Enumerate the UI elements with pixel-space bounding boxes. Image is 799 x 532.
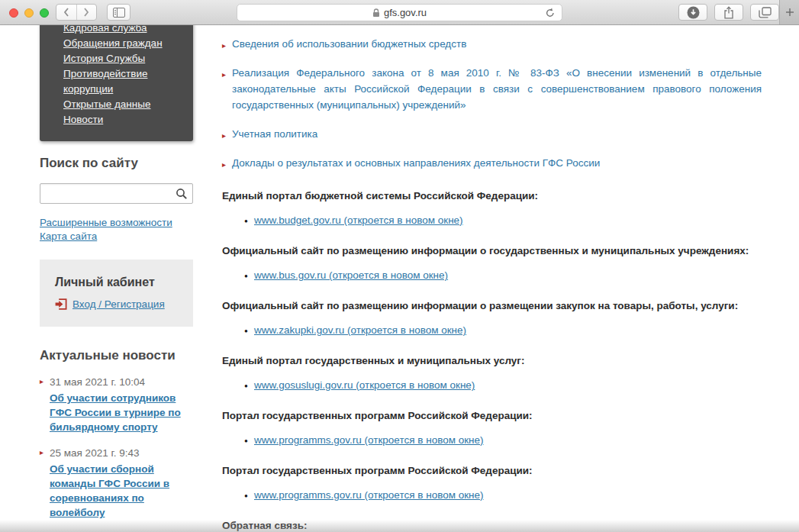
url-text: gfs.gov.ru bbox=[384, 7, 427, 18]
document-link-item: Учетная политика bbox=[222, 126, 762, 142]
portal-link[interactable]: www.programms.gov.ru (откроется в новом … bbox=[254, 489, 484, 501]
zoom-window-button[interactable] bbox=[40, 8, 49, 18]
search-extra-link[interactable]: Расширенные возможности bbox=[40, 216, 193, 230]
back-button[interactable] bbox=[56, 5, 76, 20]
sidebar-menu-item[interactable]: Обращения граждан bbox=[63, 36, 179, 51]
portal-link-item: www.programms.gov.ru (откроется в новом … bbox=[244, 489, 762, 501]
document-link-item: Сведения об использовании бюджетных сред… bbox=[222, 36, 762, 52]
sidebar-menu-item[interactable]: Противодействие коррупции bbox=[63, 66, 179, 97]
history-nav bbox=[56, 4, 97, 21]
portal-heading: Портал государственных программ Российск… bbox=[222, 464, 762, 478]
new-tab-button[interactable] bbox=[779, 0, 799, 24]
lock-icon bbox=[372, 8, 380, 18]
portal-link-item: www.programms.gov.ru (откроется в новом … bbox=[244, 434, 762, 446]
portal-link-item: www.bus.gov.ru (откроется в новом окне) bbox=[244, 269, 762, 281]
downloads-button[interactable] bbox=[678, 4, 707, 21]
portal-link-item: www.gosuslugi.gov.ru (откроется в новом … bbox=[244, 379, 762, 391]
close-window-button[interactable] bbox=[9, 8, 18, 18]
minimize-window-button[interactable] bbox=[24, 8, 34, 18]
portal-link[interactable]: www.bus.gov.ru (откроется в новом окне) bbox=[254, 269, 448, 281]
document-link[interactable]: Сведения об использовании бюджетных сред… bbox=[232, 38, 466, 50]
portal-heading: Обратная связь: bbox=[222, 519, 762, 532]
plus-icon bbox=[785, 8, 794, 17]
document-link-item: Реализация Федерального закона от 8 мая … bbox=[222, 65, 762, 113]
sidebar: Кадровая службаОбращения гражданИстория … bbox=[40, 25, 193, 520]
login-register-link[interactable]: Вход / Регистрация bbox=[72, 298, 165, 310]
portal-heading: Единый портал бюджетной системы Российск… bbox=[222, 189, 762, 203]
site-search-title: Поиск по сайту bbox=[40, 156, 193, 171]
portal-link[interactable]: www.programms.gov.ru (откроется в новом … bbox=[254, 434, 484, 446]
chevron-right-icon bbox=[82, 7, 90, 18]
personal-cabinet-panel: Личный кабинет Вход / Регистрация bbox=[40, 260, 193, 327]
search-extra-link[interactable]: Карта сайта bbox=[40, 230, 193, 243]
browser-toolbar: gfs.gov.ru bbox=[0, 0, 799, 25]
site-search-box bbox=[40, 183, 193, 204]
search-extra-links: Расширенные возможностиКарта сайта bbox=[40, 216, 193, 243]
portal-heading: Портал государственных программ Российск… bbox=[222, 409, 762, 423]
portal-link-item: www.zakupki.gov.ru (откроется в новом ок… bbox=[244, 324, 762, 336]
portal-link[interactable]: www.zakupki.gov.ru (откроется в новом ок… bbox=[254, 324, 466, 336]
portal-link[interactable]: www.budget.gov.ru (откроется в новом окн… bbox=[254, 214, 463, 226]
portal-link-item: www.budget.gov.ru (откроется в новом окн… bbox=[244, 214, 762, 226]
browser-window: gfs.gov.ru bbox=[0, 0, 799, 532]
document-link-item: Доклады о результатах и основных направл… bbox=[222, 155, 762, 171]
login-icon bbox=[55, 298, 67, 310]
news-item: 31 мая 2021 г. 10:04Об участии сотрудник… bbox=[40, 376, 193, 434]
document-link[interactable]: Доклады о результатах и основных направл… bbox=[232, 157, 600, 169]
document-link[interactable]: Учетная политика bbox=[232, 128, 317, 140]
sidebar-menu: Кадровая службаОбращения гражданИстория … bbox=[40, 25, 193, 141]
address-bar[interactable]: gfs.gov.ru bbox=[237, 4, 562, 21]
news-link[interactable]: Об участии сборной команды ГФС России в … bbox=[50, 462, 193, 520]
download-icon bbox=[687, 6, 700, 19]
news-list: 31 мая 2021 г. 10:04Об участии сотрудник… bbox=[40, 376, 193, 520]
sidebar-menu-item[interactable]: История Службы bbox=[63, 51, 179, 66]
document-links-list: Сведения об использовании бюджетных сред… bbox=[222, 36, 762, 171]
portal-link[interactable]: www.gosuslugi.gov.ru (откроется в новом … bbox=[254, 379, 475, 391]
news-item: 25 мая 2021 г. 9:43Об участии сборной ко… bbox=[40, 447, 193, 520]
news-section-title: Актуальные новости bbox=[40, 348, 193, 363]
share-button[interactable] bbox=[714, 4, 743, 21]
portal-heading: Единый портал государственных и муниципа… bbox=[222, 354, 762, 368]
document-link[interactable]: Реализация Федерального закона от 8 мая … bbox=[232, 67, 762, 111]
window-controls bbox=[9, 8, 49, 18]
webpage-viewport: Кадровая службаОбращения гражданИстория … bbox=[0, 25, 799, 532]
show-tabs-button[interactable] bbox=[750, 4, 779, 21]
chevron-left-icon bbox=[63, 7, 70, 18]
news-link[interactable]: Об участии сотрудников ГФС России в турн… bbox=[50, 391, 193, 434]
reload-button[interactable] bbox=[545, 8, 556, 21]
reload-icon bbox=[545, 8, 556, 18]
sidebar-panel-icon bbox=[113, 8, 125, 18]
sidebar-menu-item[interactable]: Кадровая служба bbox=[63, 25, 179, 36]
forward-button[interactable] bbox=[76, 5, 97, 20]
personal-cabinet-title: Личный кабинет bbox=[55, 276, 178, 289]
sidebar-toggle-button[interactable] bbox=[107, 4, 130, 21]
portal-heading: Официальный сайт по размещению информаци… bbox=[222, 244, 762, 258]
search-icon bbox=[176, 188, 188, 200]
news-date: 25 мая 2021 г. 9:43 bbox=[50, 447, 193, 459]
site-search-input[interactable] bbox=[45, 185, 171, 202]
tabs-icon bbox=[759, 7, 772, 18]
news-date: 31 мая 2021 г. 10:04 bbox=[50, 376, 193, 388]
sidebar-menu-item[interactable]: Новости bbox=[63, 112, 179, 127]
sidebar-menu-item[interactable]: Открытые данные bbox=[63, 97, 179, 112]
share-icon bbox=[723, 6, 734, 19]
main-content: Сведения об использовании бюджетных сред… bbox=[222, 25, 762, 532]
search-submit-button[interactable] bbox=[176, 188, 188, 203]
portal-heading: Официальный сайт по размещению информаци… bbox=[222, 299, 762, 313]
portal-links-sections: Единый портал бюджетной системы Российск… bbox=[222, 189, 762, 532]
